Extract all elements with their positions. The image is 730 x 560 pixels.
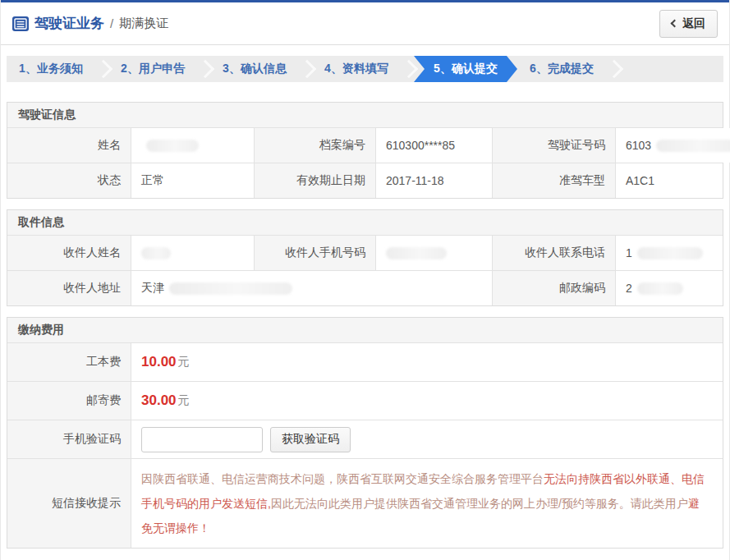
redacted-value xyxy=(141,247,171,259)
step-separator-icon xyxy=(606,56,619,82)
recipient-phone-label: 收件人联系电话 xyxy=(492,236,615,270)
production-fee-amount: 10.00 xyxy=(141,354,177,370)
vehicle-class-value: A1C1 xyxy=(615,163,723,198)
license-info-section-title: 驾驶证信息 xyxy=(7,103,723,127)
postage-fee-amount: 30.00 xyxy=(141,392,177,409)
back-button[interactable]: 返回 xyxy=(659,10,718,38)
name-label: 姓名 xyxy=(7,128,131,163)
postal-code-value: 2 xyxy=(615,271,723,305)
step-separator-icon xyxy=(401,56,414,82)
vehicle-class-label: 准驾车型 xyxy=(492,163,615,198)
postal-code-label: 邮政编码 xyxy=(492,271,615,305)
postage-fee-value: 30.00 元 xyxy=(131,382,723,420)
redacted-value xyxy=(146,140,199,152)
step-6-complete-submit: 6、完成提交 xyxy=(517,56,606,82)
back-button-label: 返回 xyxy=(682,16,705,31)
status-value: 正常 xyxy=(131,163,254,198)
sms-notice-label: 短信接收提示 xyxy=(7,459,131,548)
recipient-mobile-value xyxy=(375,236,492,270)
step-1-business-notice: 1、业务须知 xyxy=(7,56,95,82)
table-row: 手机验证码 获取验证码 xyxy=(7,420,723,458)
file-no-label: 档案编号 xyxy=(254,128,375,163)
recipient-address-value: 天津 xyxy=(131,271,492,305)
fees-section: 缴纳费用 工本费 10.00 元 邮寄费 30.00 元 手机验证码 获取验证码… xyxy=(7,317,723,549)
file-no-value: 610300****85 xyxy=(375,128,492,163)
license-no-label: 驾驶证号码 xyxy=(492,128,615,163)
table-row: 邮寄费 30.00 元 xyxy=(7,381,723,420)
license-no-value: 6103 xyxy=(615,128,730,163)
table-row: 短信接收提示 因陕西省联通、电信运营商技术问题，陕西省互联网交通安全综合服务管理… xyxy=(7,458,723,548)
recipient-name-value xyxy=(131,236,254,270)
production-fee-value: 10.00 元 xyxy=(131,343,723,381)
pickup-info-section-title: 取件信息 xyxy=(7,210,723,235)
step-separator-icon xyxy=(197,56,210,82)
steps-filler xyxy=(619,56,723,82)
license-info-section: 驾驶证信息 姓名 档案编号 610300****85 驾驶证号码 6103 状态… xyxy=(7,102,723,199)
pickup-info-section: 取件信息 收件人姓名 收件人手机号码 收件人联系电话 1 收件人地址 天津 邮政… xyxy=(7,209,723,306)
postage-fee-label: 邮寄费 xyxy=(7,382,131,420)
step-5-confirm-submit-active: 5、确认提交 xyxy=(414,56,517,82)
table-row: 收件人地址 天津 邮政编码 2 xyxy=(7,270,723,305)
step-separator-icon xyxy=(299,56,312,82)
sms-code-label: 手机验证码 xyxy=(7,420,131,458)
valid-until-label: 有效期止日期 xyxy=(254,163,375,198)
redacted-value xyxy=(637,282,683,295)
table-row: 姓名 档案编号 610300****85 驾驶证号码 6103 xyxy=(7,127,723,163)
sms-notice-text: 因陕西省联通、电信运营商技术问题，陕西省互联网交通安全综合服务管理平台无法向持陕… xyxy=(141,466,706,540)
redacted-value xyxy=(386,247,447,259)
breadcrumb-current: 期满换证 xyxy=(119,16,168,31)
recipient-phone-value: 1 xyxy=(615,236,723,270)
postage-fee-unit: 元 xyxy=(178,393,190,408)
fees-section-title: 缴纳费用 xyxy=(7,318,723,342)
breadcrumb-separator: / xyxy=(110,16,113,30)
page-header: 驾驶证业务 / 期满换证 返回 xyxy=(1,2,729,45)
name-value xyxy=(131,128,254,163)
production-fee-unit: 元 xyxy=(178,355,190,370)
sms-code-field-group: 获取验证码 xyxy=(131,420,723,458)
breadcrumb: 驾驶证业务 / 期满换证 xyxy=(12,14,168,33)
sms-code-input[interactable] xyxy=(141,427,263,452)
sms-notice-value: 因陕西省联通、电信运营商技术问题，陕西省互联网交通安全综合服务管理平台无法向持陕… xyxy=(131,459,723,548)
table-row: 收件人姓名 收件人手机号码 收件人联系电话 1 xyxy=(7,235,723,270)
status-label: 状态 xyxy=(7,163,131,198)
page-title: 驾驶证业务 xyxy=(34,14,104,33)
get-sms-code-button[interactable]: 获取验证码 xyxy=(270,427,351,452)
wizard-steps: 1、业务须知 2、用户申告 3、确认信息 4、资料填写 5、确认提交 6、完成提… xyxy=(7,56,723,82)
step-4-fill-info: 4、资料填写 xyxy=(312,56,401,82)
redacted-value xyxy=(637,247,703,259)
recipient-address-label: 收件人地址 xyxy=(7,271,131,305)
table-row: 工本费 10.00 元 xyxy=(7,342,723,381)
step-2-user-declaration: 2、用户申告 xyxy=(108,56,197,82)
chevron-left-icon xyxy=(671,20,679,28)
recipient-name-label: 收件人姓名 xyxy=(7,236,131,270)
valid-until-value: 2017-11-18 xyxy=(375,163,492,198)
step-separator-icon xyxy=(95,56,108,82)
table-row: 状态 正常 有效期止日期 2017-11-18 准驾车型 A1C1 xyxy=(7,163,723,198)
step-3-confirm-info: 3、确认信息 xyxy=(210,56,299,82)
redacted-value xyxy=(656,140,730,152)
recipient-mobile-label: 收件人手机号码 xyxy=(254,236,375,270)
redacted-value xyxy=(169,282,292,295)
page: 驾驶证业务 / 期满换证 返回 1、业务须知 2、用户申告 3、确认信息 4、资… xyxy=(0,0,730,560)
license-list-icon xyxy=(12,16,29,32)
production-fee-label: 工本费 xyxy=(7,343,131,381)
